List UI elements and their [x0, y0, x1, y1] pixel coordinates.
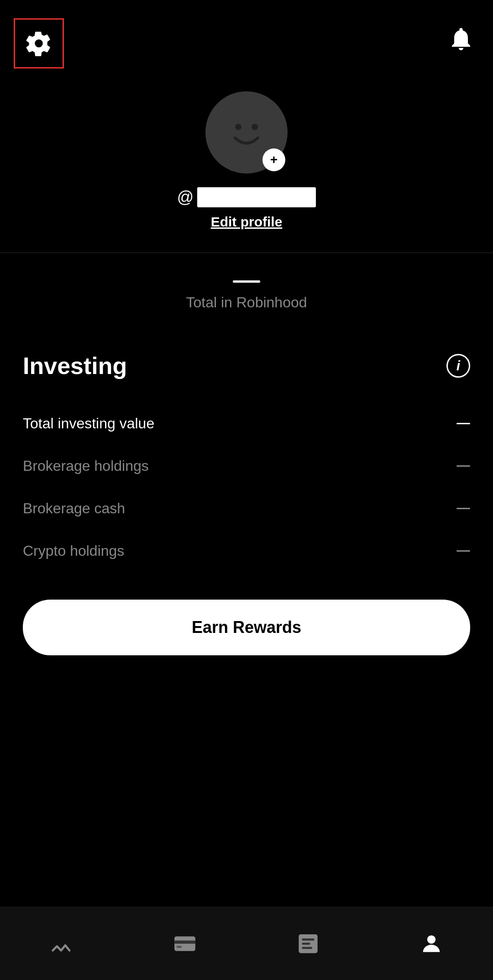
investing-header: Investing i [23, 352, 470, 379]
brokerage-cash-dash [456, 508, 470, 509]
svg-rect-8 [302, 947, 312, 949]
bell-icon[interactable] [447, 23, 475, 55]
svg-rect-3 [174, 941, 195, 944]
svg-point-0 [235, 124, 241, 130]
crypto-holdings-dash [456, 550, 470, 552]
nav-item-card[interactable] [157, 924, 212, 963]
username-redacted [197, 187, 316, 207]
earn-rewards-button[interactable]: Earn Rewards [23, 600, 470, 655]
svg-point-9 [427, 935, 435, 943]
profile-nav-icon [418, 931, 445, 956]
total-label: Total in Robinhood [186, 294, 307, 311]
nav-item-profile[interactable] [404, 924, 459, 963]
svg-rect-6 [302, 938, 315, 941]
crypto-holdings-row: Crypto holdings [23, 530, 470, 572]
balance-dash [233, 280, 260, 283]
avatar-container: + [205, 91, 288, 174]
brokerage-cash-row: Brokerage cash [23, 487, 470, 530]
brokerage-holdings-dash [456, 465, 470, 467]
nav-item-investing[interactable] [34, 924, 89, 963]
main-content: Total in Robinhood Investing i Total inv… [0, 253, 493, 655]
username-row: @ [177, 187, 316, 207]
edit-profile-button[interactable]: Edit profile [211, 214, 283, 230]
investing-nav-icon [48, 931, 75, 956]
header [0, 0, 493, 78]
profile-section: + @ Edit profile [0, 78, 493, 253]
bottom-nav [0, 907, 493, 980]
brokerage-cash-label: Brokerage cash [23, 500, 125, 517]
info-icon[interactable]: i [446, 354, 470, 378]
svg-rect-7 [302, 943, 310, 945]
total-section: Total in Robinhood [23, 253, 470, 329]
brokerage-holdings-row: Brokerage holdings [23, 445, 470, 487]
total-investing-value-dash [456, 423, 470, 424]
add-photo-button[interactable]: + [262, 148, 285, 171]
card-nav-icon [171, 931, 199, 956]
investing-title: Investing [23, 352, 127, 379]
gear-icon [25, 30, 52, 57]
svg-point-1 [252, 124, 258, 130]
at-sign: @ [177, 188, 194, 207]
total-investing-value-label: Total investing value [23, 415, 154, 432]
nav-item-news[interactable] [281, 924, 336, 963]
total-investing-value-row: Total investing value [23, 402, 470, 445]
crypto-holdings-label: Crypto holdings [23, 543, 124, 559]
news-nav-icon [294, 931, 322, 956]
svg-rect-4 [177, 946, 182, 948]
brokerage-holdings-label: Brokerage holdings [23, 458, 149, 474]
investing-section: Investing i Total investing value Broker… [23, 352, 470, 655]
settings-button[interactable] [14, 18, 64, 68]
